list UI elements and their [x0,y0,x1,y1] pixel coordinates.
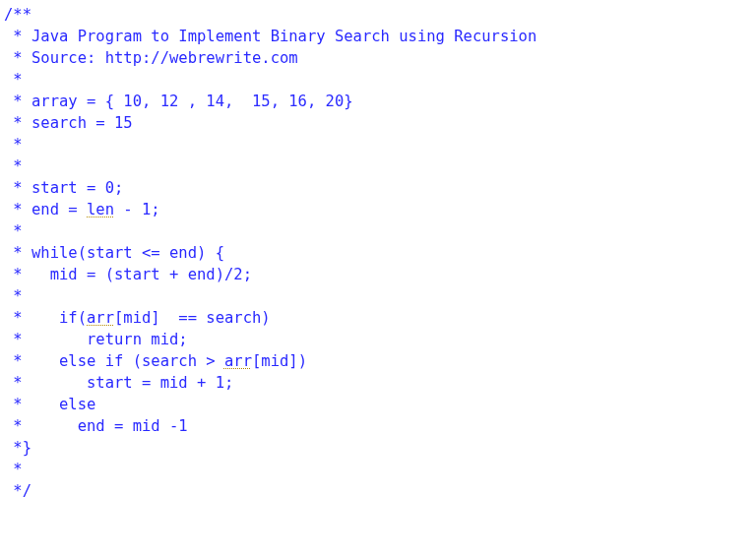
code-text: return mid; [87,331,188,348]
code-line: * start = mid + 1; [4,374,233,392]
code-text: [mid] == search) [114,309,271,327]
code-line: * [4,157,23,175]
code-text: start = mid + 1; [87,374,233,392]
code-line: * [4,136,23,154]
code-line: * start = 0; [4,179,123,197]
code-text: end = [32,201,87,218]
code-text: Source: http://webrewrite.com [32,49,298,67]
comment-prefix: * [4,396,59,413]
code-line: * Source: http://webrewrite.com [4,49,298,67]
code-line: */ [4,482,32,500]
comment-prefix: * [4,114,32,132]
comment-prefix: * [4,157,23,175]
comment-prefix: */ [4,482,32,500]
code-line: * if(arr[mid] == search) [4,309,271,327]
comment-prefix: * [4,222,23,240]
comment-prefix: /** [4,6,32,24]
comment-prefix: * [4,71,23,89]
code-line: * mid = (start + end)/2; [4,266,252,283]
typo-warning-token: arr [87,309,114,327]
code-line: * else if (search > arr[mid]) [4,352,307,370]
code-line: /** [4,6,32,24]
code-text: if( [59,309,87,327]
comment-prefix: * [4,201,32,218]
code-text: Java Program to Implement Binary Search … [32,28,536,45]
comment-prefix: * [4,352,59,370]
comment-prefix: * [4,179,32,197]
code-text: search = 15 [32,114,133,132]
code-text: array = { 10, 12 , 14, 15, 16, 20} [32,93,353,110]
comment-prefix: * [4,93,32,110]
code-line: * array = { 10, 12 , 14, 15, 16, 20} [4,93,353,110]
code-line: * [4,222,23,240]
comment-prefix: * [4,136,23,154]
code-line: *} [4,439,32,457]
code-line: * end = len - 1; [4,201,160,218]
code-line: * return mid; [4,331,188,348]
comment-prefix: * [4,461,23,478]
code-line: * else [4,396,95,413]
code-text: else if (search > [59,352,224,370]
code-line: * Java Program to Implement Binary Searc… [4,28,536,45]
comment-prefix: * [4,417,78,435]
code-text: start = 0; [32,179,123,197]
code-comment-block: /** * Java Program to Implement Binary S… [0,0,756,502]
code-text: end = mid -1 [78,417,188,435]
comment-prefix: * [4,244,32,262]
comment-prefix: * [4,374,87,392]
comment-prefix: * [4,266,50,283]
code-text: else [59,396,95,413]
code-line: * [4,287,23,305]
comment-prefix: * [4,28,32,45]
typo-warning-token: len [87,201,114,218]
code-line: * search = 15 [4,114,133,132]
code-text: mid = (start + end)/2; [50,266,252,283]
code-line: * while(start <= end) { [4,244,224,262]
code-text: - 1; [114,201,160,218]
code-line: * end = mid -1 [4,417,188,435]
code-text: while(start <= end) { [32,244,224,262]
comment-prefix: * [4,287,23,305]
code-text: [mid]) [252,352,307,370]
comment-prefix: * [4,331,87,348]
code-line: * [4,461,23,478]
comment-prefix: *} [4,439,32,457]
comment-prefix: * [4,309,59,327]
typo-warning-token: arr [224,352,252,370]
code-line: * [4,71,23,89]
comment-prefix: * [4,49,32,67]
